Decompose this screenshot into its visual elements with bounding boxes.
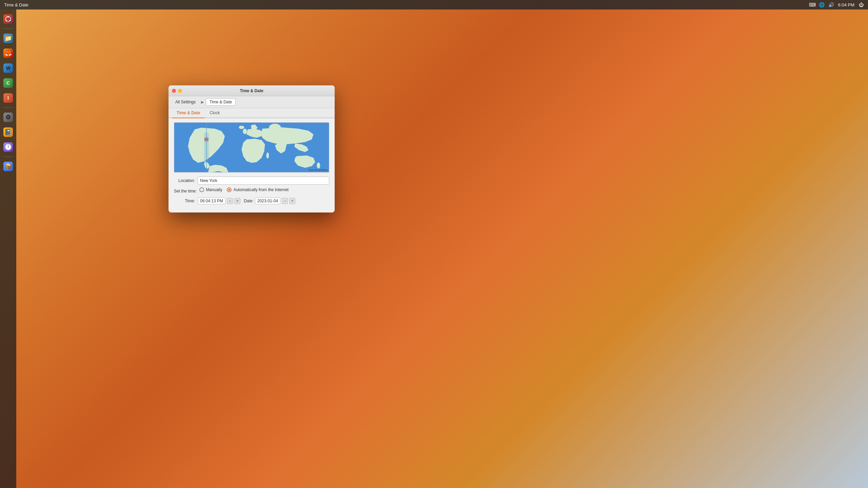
world-map-container[interactable]: OpenStreetMap [174,122,329,172]
desktop: Time & Date ⌨ 🌐 🔊 6:04 PM ⏻ 📁 [0,0,868,488]
time-date-window: Time & Date All Settings ▶ Time & Date T… [169,85,335,212]
sidebar-item-impress[interactable]: I [1,91,15,105]
notes-icon: 📓 [3,127,13,137]
svg-point-3 [9,20,11,21]
automatically-radio-option[interactable]: Automatically from the Internet [227,187,289,192]
sidebar-item-app-center[interactable]: 📦 [1,160,15,173]
location-input[interactable] [198,177,329,185]
svg-point-6 [243,129,247,134]
files-icon: 📁 [3,34,13,43]
radio-group: Manually Automatically from the Internet [199,187,289,192]
manually-label: Manually [206,187,222,192]
window-title-topbar: Time & Date [4,2,28,7]
nav-chevron-icon: ▶ [201,100,204,104]
window-navbar: All Settings ▶ Time & Date [169,96,335,108]
sidebar-item-files[interactable]: 📁 [1,32,15,45]
top-bar-right: ⌨ 🌐 🔊 6:04 PM ⏻ [810,2,864,7]
sidebar-item-firefox[interactable]: 🦊 [1,46,15,60]
clock-time[interactable]: 6:04 PM [838,2,854,7]
top-bar: Time & Date ⌨ 🌐 🔊 6:04 PM ⏻ [0,0,868,9]
app-center-icon: 📦 [3,162,13,171]
all-settings-button[interactable]: All Settings [172,99,199,105]
keyboard-icon[interactable]: ⌨ [810,2,815,7]
settings-icon: ⚙ [3,113,13,122]
sidebar-item-clock[interactable]: 🕐 [1,140,15,154]
firefox-icon: 🦊 [3,48,13,58]
ubuntu-logo-icon [3,14,13,24]
svg-point-9 [266,152,269,159]
location-row: Location: [174,177,329,185]
sidebar-item-calc[interactable]: C [1,76,15,90]
sidebar-item-ubuntu[interactable] [1,12,15,26]
time-value: 06:04:13 PM [198,198,225,204]
sidebar-divider-bottom [3,157,13,157]
clock-sidebar-icon: 🕐 [3,142,13,152]
tab-time-date[interactable]: Time & Date [172,108,205,118]
date-section: Date: 2023-01-04 − + [244,198,295,204]
sidebar-item-notes[interactable]: 📓 [1,125,15,139]
world-map-svg [174,123,329,172]
date-minus-button[interactable]: − [282,198,288,204]
tab-bar: Time & Date Clock [169,108,335,118]
impress-icon: I [3,93,13,103]
volume-icon[interactable]: 🔊 [829,2,834,7]
window-titlebar: Time & Date [169,85,335,96]
network-icon[interactable]: 🌐 [819,2,825,7]
manually-radio-option[interactable]: Manually [199,187,222,192]
set-time-label: Set the time: [174,189,199,194]
time-field-label: Time: [174,199,198,203]
automatically-label: Automatically from the Internet [233,187,289,192]
set-time-row: Set the time: Manually Automatically fro… [174,187,329,195]
window-title: Time & Date [240,88,263,93]
svg-point-8 [317,162,320,168]
time-date-controls: 06:04:13 PM − + Date: 2023-01-04 − + [198,198,295,204]
window-controls [172,89,182,93]
svg-point-2 [6,20,7,21]
window-minimize-button[interactable] [178,89,182,93]
date-plus-button[interactable]: + [289,198,295,204]
time-plus-button[interactable]: + [234,198,240,204]
date-value: 2023-01-04 [255,198,280,204]
window-close-button[interactable] [172,89,176,93]
sidebar-item-settings[interactable]: ⚙ [1,110,15,124]
date-field-label: Date: [244,199,254,203]
time-minus-button[interactable]: − [227,198,233,204]
power-icon[interactable]: ⏻ [859,2,864,7]
writer-icon: W [3,63,13,73]
sidebar-item-writer[interactable]: W [1,61,15,75]
sidebar-divider-mid [3,107,13,108]
sidebar-divider-top [3,28,13,29]
time-date-nav-button[interactable]: Time & Date [206,98,236,106]
time-date-form-row: Time: 06:04:13 PM − + Date: 2023-01-04 −… [174,198,329,204]
manually-radio-circle[interactable] [199,187,204,192]
location-label: Location: [174,178,198,183]
svg-point-7 [308,134,312,140]
svg-point-10 [239,126,244,129]
map-credit: OpenStreetMap [309,168,328,171]
time-section: 06:04:13 PM − + [198,198,240,204]
sidebar: 📁 🦊 W C I ⚙ 📓 🕐 📦 [0,9,16,488]
svg-point-1 [7,16,9,18]
automatically-radio-circle[interactable] [227,187,232,192]
tab-clock[interactable]: Clock [205,108,224,118]
calc-icon: C [3,78,13,88]
content-area: OpenStreetMap Location: Set the time: Ma… [169,118,335,212]
svg-rect-14 [204,133,209,163]
automatically-radio-dot [228,189,230,191]
